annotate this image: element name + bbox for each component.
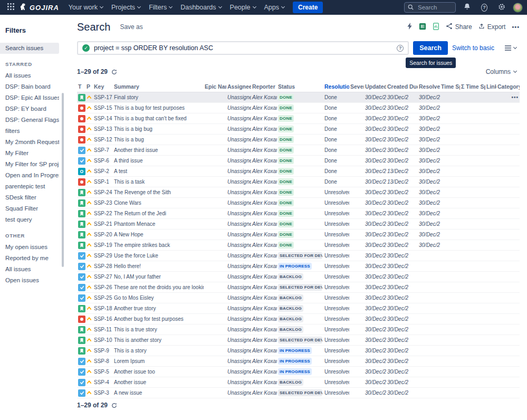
issue-summary[interactable]: This is a task [113, 177, 204, 187]
column-header-due[interactable]: Due [408, 81, 418, 92]
issue-row-ssp-11[interactable]: SSP-11This is a true storyUnassignedAlex… [77, 324, 520, 335]
issue-key[interactable]: SSP-27 [93, 272, 113, 282]
column-header-time-spent[interactable]: Time Spent [440, 81, 460, 92]
issue-summary[interactable]: The empire strikes back [113, 240, 204, 251]
nav-item-people[interactable]: People [226, 0, 260, 15]
issue-summary[interactable]: Use the force Luke [113, 251, 204, 261]
issue-summary[interactable]: The Return of the Jedi [113, 208, 204, 219]
nav-item-filters[interactable]: Filters [145, 0, 176, 15]
issue-key[interactable]: SSP-25 [93, 293, 113, 303]
issue-key[interactable]: SSP-20 [93, 230, 113, 240]
nav-item-dashboards[interactable]: Dashboards [176, 0, 225, 15]
issue-summary[interactable]: These are not the droids you are looking… [113, 282, 204, 293]
page-more-button[interactable]: ••• [512, 24, 520, 30]
column-header-time-spent[interactable]: Σ Time Spent [460, 81, 485, 92]
issue-summary[interactable]: Another third issue [113, 145, 204, 156]
issue-key[interactable]: SSP-11 [93, 324, 113, 335]
issue-key[interactable]: SSP-22 [93, 208, 113, 219]
column-header-resolved[interactable]: Resolved [418, 81, 440, 92]
issue-summary[interactable]: Phantom Menace [113, 219, 204, 230]
column-header-severity[interactable]: Severity [349, 81, 364, 92]
issue-key[interactable]: SSP-14 [93, 113, 113, 124]
column-header-links[interactable]: Links [485, 81, 496, 92]
issue-summary[interactable]: This is a bug that can't be fixed [113, 113, 204, 124]
sidebar-item-test-query[interactable]: test query [0, 214, 59, 225]
issue-summary[interactable]: This is a big bug [113, 124, 204, 135]
issue-key[interactable]: SSP-2 [93, 166, 113, 177]
sidebar-item-my-filter-for-sp-project[interactable]: My Filter for SP project [0, 159, 59, 170]
issue-key[interactable]: SSP-7 [93, 145, 113, 156]
create-button[interactable]: Create [293, 2, 323, 13]
issue-summary[interactable]: Go to Mos Eisley [113, 293, 204, 303]
refresh-icon[interactable] [111, 403, 117, 408]
issue-row-ssp-21[interactable]: SSP-21Phantom MenaceUnassignedAlex Koxar… [77, 219, 520, 230]
issue-summary[interactable]: This is a story [113, 346, 204, 356]
global-search-input[interactable] [417, 4, 452, 11]
issue-summary[interactable]: Final story [113, 92, 204, 103]
issue-summary[interactable]: Lorem Ipsum [113, 356, 204, 367]
issue-summary[interactable]: A third issue [113, 156, 204, 166]
settings-button[interactable] [495, 1, 508, 14]
issue-row-ssp-3[interactable]: SSP-3A new issueUnassignedAlex KoxarasSE… [77, 388, 520, 398]
issue-summary[interactable]: Hello there! [113, 261, 204, 272]
sidebar-item-squad-filter[interactable]: Squad Filter [0, 203, 59, 214]
column-header-assignee[interactable]: Assignee [226, 81, 251, 92]
issue-row-ssp-1[interactable]: SSP-1This is a taskUnassignedAlex Koxara… [77, 177, 520, 187]
issue-key[interactable]: SSP-19 [93, 240, 113, 251]
sidebar-item-reported-by-me[interactable]: Reported by me [0, 253, 59, 264]
app-switcher-button[interactable] [4, 1, 17, 14]
search-button[interactable]: Search [413, 41, 448, 55]
column-header-updated[interactable]: Updated [364, 81, 386, 92]
help-button[interactable]: ? [478, 1, 491, 14]
global-search[interactable] [404, 2, 456, 13]
column-header-resolution[interactable]: Resolution↑ [323, 81, 349, 92]
issue-row-ssp-4[interactable]: SSP-4Another issueUnassignedAlex Koxaras… [77, 377, 520, 388]
issue-summary[interactable]: Another bug for test purposes [113, 314, 204, 324]
issue-summary[interactable]: Another issue too [113, 367, 204, 377]
issue-key[interactable]: SSP-29 [93, 251, 113, 261]
issue-summary[interactable]: This is another story [113, 335, 204, 346]
sidebar-item-filters[interactable]: filters [0, 126, 59, 137]
sidebar-item-dsp-epic-all-issues[interactable]: DSP: Epic All Issues [0, 92, 59, 103]
column-header-category[interactable]: Category [496, 81, 520, 92]
sidebar-item-search-issues[interactable]: Search issues [0, 43, 59, 54]
issue-row-ssp-5[interactable]: SSP-5Another issue tooUnassignedAlex Kox… [77, 367, 520, 377]
issue-key[interactable]: SSP-15 [93, 103, 113, 113]
issue-key[interactable]: SSP-28 [93, 261, 113, 272]
issue-row-ssp-15[interactable]: SSP-15This is a bug for test purposesUna… [77, 103, 520, 113]
issue-row-ssp-2[interactable]: SSP-2A testUnassignedAlex KoxarasDONEDon… [77, 166, 520, 177]
column-header-p[interactable]: P [85, 81, 93, 92]
column-header-t[interactable]: T [77, 81, 85, 92]
save-as-button[interactable]: Save as [120, 23, 142, 31]
issue-row-ssp-22[interactable]: SSP-22The Return of the JediUnassignedAl… [77, 208, 520, 219]
issue-key[interactable]: SSP-23 [93, 198, 113, 208]
column-header-summary[interactable]: Summary [113, 81, 204, 92]
issue-summary[interactable]: This is a true story [113, 324, 204, 335]
sidebar-item-all-issues[interactable]: All issues [0, 264, 59, 275]
issue-summary[interactable]: The Revenge of the Sith [113, 187, 204, 198]
export-button[interactable]: Export [478, 23, 506, 31]
issue-row-ssp-18[interactable]: SSP-18Another true storyUnassignedAlex K… [77, 303, 520, 314]
issue-summary[interactable]: This is a bug for test purposes [113, 103, 204, 113]
issue-row-ssp-24[interactable]: SSP-24The Revenge of the SithUnassignedA… [77, 187, 520, 198]
issue-row-ssp-28[interactable]: SSP-28Hello there!UnassignedAlex Koxaras… [77, 261, 520, 272]
issue-key[interactable]: SSP-5 [93, 367, 113, 377]
issue-key[interactable]: SSP-4 [93, 377, 113, 388]
nav-item-projects[interactable]: Projects [107, 0, 145, 15]
column-header-epic-name[interactable]: Epic Name [204, 81, 226, 92]
issue-row-ssp-13[interactable]: SSP-13This is a big bugUnassignedAlex Ko… [77, 124, 520, 135]
spreadsheet-app-button[interactable] [419, 23, 426, 32]
search-options-button[interactable] [502, 44, 520, 53]
app-logo[interactable]: GOJIRA [18, 3, 63, 12]
issue-key[interactable]: SSP-26 [93, 282, 113, 293]
issue-row-ssp-14[interactable]: SSP-14This is a bug that can't be fixedU… [77, 113, 520, 124]
issue-row-ssp-6[interactable]: SSP-6A third issueUnassignedAlex Koxaras… [77, 156, 520, 166]
issue-summary[interactable]: This is a bug [113, 135, 204, 145]
issue-key[interactable]: SSP-17 [93, 92, 113, 103]
notifications-button[interactable] [461, 1, 473, 14]
sidebar-item-my-2month-request-type-fil[interactable]: My 2month Request Type Fil... [0, 137, 59, 148]
refresh-icon[interactable] [111, 69, 117, 75]
issue-row-ssp-7[interactable]: SSP-7Another third issueUnassignedAlex K… [77, 145, 520, 156]
issue-row-ssp-20[interactable]: SSP-20A New HopeUnassignedAlex KoxarasDO… [77, 230, 520, 240]
sidebar-scrollbar[interactable] [62, 93, 64, 267]
